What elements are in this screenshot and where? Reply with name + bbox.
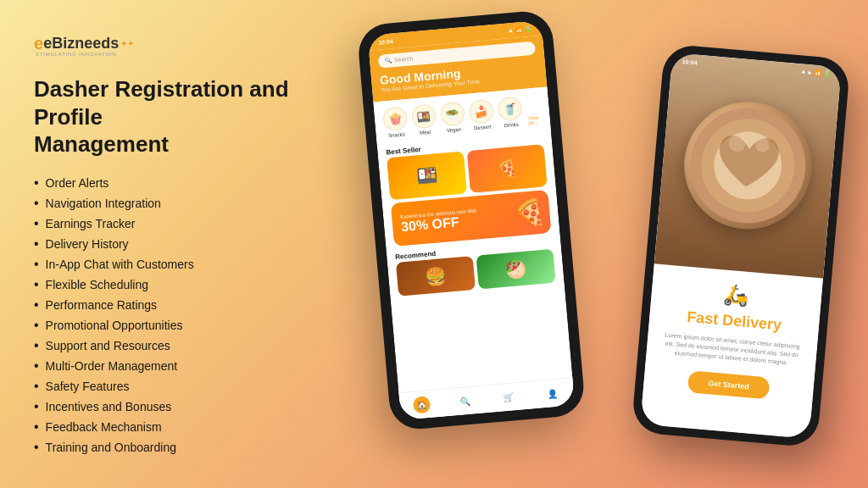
- nav-profile[interactable]: 👤: [542, 385, 561, 403]
- list-item: Training and Onboarding: [34, 440, 356, 455]
- promo-text: Experience the delicious new dish 30% OF…: [400, 208, 478, 235]
- list-item: Feedback Mechanism: [34, 419, 356, 435]
- category-vegan[interactable]: 🥗 Vegan: [440, 101, 466, 133]
- snacks-icon: 🍿: [382, 106, 408, 131]
- phone2-screen: 10:04 ▲▲ 📶 🔋: [640, 53, 842, 439]
- latte-art-svg: [679, 97, 817, 235]
- features-list: Order Alerts Navigation Integration Earn…: [34, 175, 356, 460]
- burger-card[interactable]: 🍔: [396, 256, 476, 297]
- drinks-icon: 🥤: [497, 96, 522, 121]
- phone2-inner: 10:04 ▲▲ 📶 🔋: [640, 53, 842, 439]
- view-all-link[interactable]: View All ›: [527, 114, 542, 125]
- phone1-inner: 10:04 ▲ 📶 🔋 🔍 Search Good Morning You Ar…: [367, 20, 575, 420]
- get-started-button[interactable]: Get Started: [687, 371, 770, 400]
- meal-icon: 🍱: [411, 103, 437, 129]
- phone2: 10:04 ▲▲ 📶 🔋: [631, 43, 850, 447]
- page-heading: Dasher Registration and Profile Manageme…: [34, 75, 356, 158]
- list-item: Earnings Tracker: [34, 216, 356, 231]
- promo-pizza-icon: 🍕: [513, 197, 547, 229]
- list-item: Incentives and Bonuses: [34, 399, 356, 414]
- nav-home[interactable]: 🏠: [413, 396, 431, 414]
- logo-wrapper: e eBizneeds ✦✦ Stimulating Innovation: [34, 34, 134, 57]
- search-placeholder-text: Search: [394, 55, 414, 63]
- phone2-content: 🛵 Fast Delivery Lorem ipsum dolor sit am…: [640, 263, 823, 439]
- category-snacks[interactable]: 🍿 Snacks: [382, 106, 409, 138]
- list-item: Support and Resources: [34, 338, 356, 353]
- rolls-card[interactable]: 🥙: [476, 249, 556, 290]
- vegan-icon: 🥗: [440, 101, 465, 126]
- nav-search[interactable]: 🔍: [456, 392, 475, 411]
- phone1-signal: ▲ 📶 🔋: [507, 25, 531, 34]
- logo-bizneeds-text: eBizneeds: [43, 35, 119, 53]
- list-item: Safety Features: [34, 379, 356, 394]
- category-drinks[interactable]: 🥤 Drinks: [497, 96, 523, 128]
- page-container: e eBizneeds ✦✦ Stimulating Innovation Da…: [0, 0, 868, 488]
- phone2-time: 10:04: [682, 58, 697, 66]
- logo-main: e eBizneeds ✦✦: [34, 34, 134, 53]
- delivery-icon: 🛵: [723, 283, 750, 309]
- list-item: Delivery History: [34, 236, 356, 252]
- list-item: In-App Chat with Customers: [34, 257, 356, 272]
- coffee-cup: [679, 97, 817, 235]
- logo-stars: ✦✦: [120, 39, 134, 48]
- list-item: Multi-Order Management: [34, 358, 356, 374]
- logo-e-letter: e: [34, 34, 43, 53]
- list-item: Promotional Opportunities: [34, 318, 356, 333]
- category-dessert[interactable]: 🍰 Dessert: [469, 98, 495, 130]
- fast-delivery-title: Fast Delivery: [686, 308, 782, 335]
- pizza-card[interactable]: 🍕: [467, 144, 548, 193]
- phone2-status-bar: 10:04 ▲▲ 📶 🔋: [671, 53, 842, 82]
- right-panel: 10:04 ▲▲ 📶 🔋: [356, 25, 834, 463]
- phone1: 10:04 ▲ 📶 🔋 🔍 Search Good Morning You Ar…: [356, 9, 586, 431]
- phone1-screen: 10:04 ▲ 📶 🔋 🔍 Search Good Morning You Ar…: [367, 20, 575, 420]
- list-item: Performance Ratings: [34, 297, 356, 313]
- left-panel: e eBizneeds ✦✦ Stimulating Innovation Da…: [34, 25, 356, 463]
- list-item: Order Alerts: [34, 175, 356, 191]
- phone2-signal: ▲▲ 📶 🔋: [800, 68, 831, 77]
- category-meal[interactable]: 🍱 Meal: [411, 103, 437, 136]
- logo: e eBizneeds ✦✦ Stimulating Innovation: [34, 34, 356, 57]
- phone2-coffee-image: 10:04 ▲▲ 📶 🔋: [654, 53, 842, 278]
- logo-tagline: Stimulating Innovation: [36, 52, 134, 57]
- phone1-bottom-nav: 🏠 🔍 🛒 👤: [398, 377, 575, 420]
- list-item: Navigation Integration: [34, 196, 356, 211]
- list-item: Flexible Scheduling: [34, 277, 356, 292]
- sushi-card[interactable]: 🍱: [387, 151, 467, 200]
- dessert-icon: 🍰: [469, 98, 494, 124]
- fast-delivery-description: Lorem ipsum dolor sit amet, conse ctetur…: [659, 330, 804, 368]
- nav-cart[interactable]: 🛒: [499, 388, 518, 407]
- phone1-time: 10:04: [378, 38, 393, 46]
